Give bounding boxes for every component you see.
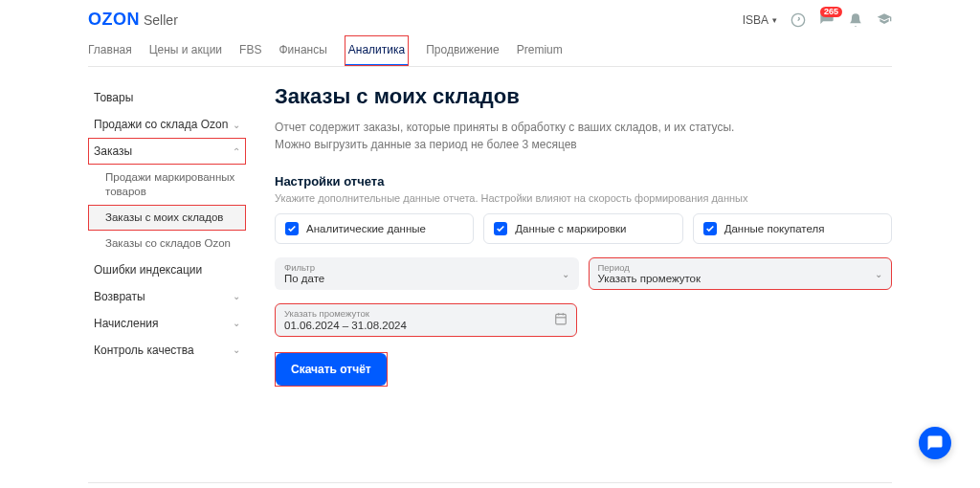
checkbox-marking-data[interactable]: Данные с маркировки [483,213,682,244]
graduation-icon[interactable] [877,12,892,28]
chevron-down-icon: ⌄ [233,318,240,328]
notifications-icon[interactable]: 265 [819,12,835,28]
period-label: Период [598,263,702,273]
tab-premium[interactable]: Premium [517,35,563,66]
settings-heading: Настройки отчета [275,174,892,189]
download-report-button[interactable]: Скачать отчёт [276,353,387,386]
sidebar-item-products[interactable]: Товары [88,84,246,111]
date-range-label: Указать промежуток [284,309,407,319]
chevron-down-icon: ⌄ [233,344,240,355]
sidebar-item-index-errors[interactable]: Ошибки индексации [88,256,246,283]
tab-promotion[interactable]: Продвижение [426,35,500,66]
logo-seller: Seller [144,12,178,28]
checkbox-icon [703,222,717,235]
filter-select[interactable]: Фильтр По дате ⌄ [275,257,579,290]
period-value: Указать промежуток [598,273,702,284]
checkbox-icon [285,222,299,235]
tab-fbs[interactable]: FBS [239,35,261,66]
checkbox-analytics-data[interactable]: Аналитические данные [275,213,474,244]
bell-icon[interactable] [848,12,863,28]
checkbox-icon [494,222,507,235]
page-description: Отчет содержит заказы, которые приняты в… [275,119,772,153]
checkbox-buyer-data[interactable]: Данные покупателя [693,213,892,244]
sidebar-item-accruals[interactable]: Начисления ⌄ [88,310,246,337]
sidebar-item-returns[interactable]: Возвраты ⌄ [88,283,246,310]
filter-value: По дате [284,273,324,284]
tab-finance[interactable]: Финансы [278,35,326,66]
user-menu[interactable]: ISBA ▾ [743,13,777,27]
date-range-value: 01.06.2024 – 31.08.2024 [284,320,407,331]
logo[interactable]: OZON Seller [88,10,178,30]
sidebar-item-sales-ozon[interactable]: Продажи со склада Ozon ⌄ [88,111,246,138]
tab-analytics[interactable]: Аналитика [345,35,409,66]
date-range-picker[interactable]: Указать промежуток 01.06.2024 – 31.08.20… [275,303,577,336]
settings-description: Укажите дополнительные данные отчета. На… [275,192,892,204]
help-icon[interactable] [791,12,806,28]
filter-label: Фильтр [284,263,324,273]
chevron-down-icon: ⌄ [233,291,240,301]
tab-main[interactable]: Главная [88,35,132,66]
user-name: ISBA [743,13,768,27]
page-title: Заказы с моих складов [275,84,892,109]
svg-rect-1 [556,314,567,324]
sidebar-sub-marked-sales[interactable]: Продажи маркированных товаров [88,165,246,205]
sidebar-sub-ozon-warehouses[interactable]: Заказы со складов Ozon [88,231,246,256]
notification-badge: 265 [820,7,842,18]
sidebar: Товары Продажи со склада Ozon ⌄ Заказы ⌃… [88,84,246,387]
chevron-down-icon: ▾ [772,15,777,25]
chevron-up-icon: ⌃ [233,146,240,157]
period-select[interactable]: Период Указать промежуток ⌄ [589,257,893,290]
tab-prices[interactable]: Цены и акции [149,35,222,66]
chevron-down-icon: ⌄ [562,269,569,279]
sidebar-item-quality[interactable]: Контроль качества ⌄ [88,337,246,364]
chevron-down-icon: ⌄ [233,120,240,130]
logo-ozon: OZON [88,10,140,30]
chevron-down-icon: ⌄ [875,269,882,279]
main-content: Заказы с моих складов Отчет содержит зак… [275,84,892,387]
chat-fab[interactable] [919,427,951,459]
main-tabs: Главная Цены и акции FBS Финансы Аналити… [88,35,892,67]
calendar-icon [554,312,568,328]
sidebar-item-orders[interactable]: Заказы ⌃ [88,138,246,165]
sidebar-sub-my-warehouses[interactable]: Заказы с моих складов [88,205,246,231]
